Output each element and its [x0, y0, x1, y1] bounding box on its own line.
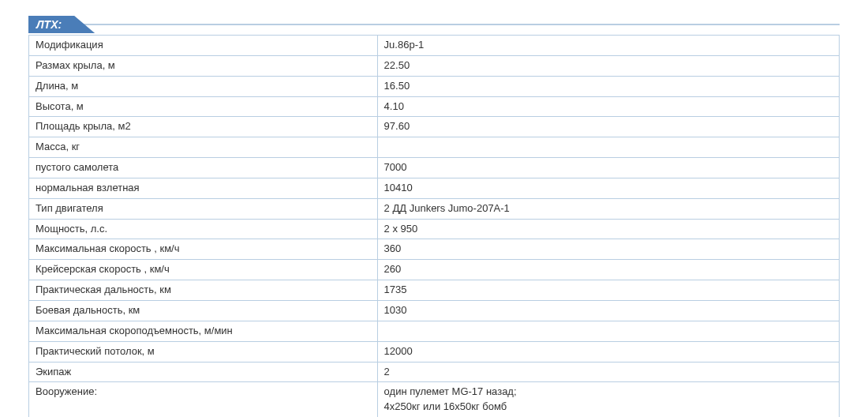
spec-value: 16.50 [377, 76, 839, 96]
spec-value: 260 [377, 260, 839, 280]
table-row: Тип двигателя2 ДД Junkers Jumo-207A-1 [29, 198, 840, 219]
spec-value: один пулемет MG-17 назад;4х250кг или 16х… [377, 382, 839, 417]
spec-value: 2 ДД Junkers Jumo-207A-1 [377, 198, 839, 219]
spec-label: Вооружение: [29, 382, 378, 417]
spec-label: Высота, м [29, 96, 378, 117]
spec-value [377, 321, 839, 341]
spec-label: Мощность, л.с. [29, 219, 378, 239]
table-row: МодификацияJu.86p-1 [29, 36, 840, 56]
table-row: Экипаж2 [29, 362, 840, 382]
spec-label: пустого самолета [29, 158, 378, 178]
spec-label: Максимальная скорость , км/ч [29, 239, 378, 260]
spec-label: Максимальная скороподъемность, м/мин [29, 321, 378, 341]
spec-value: 12000 [377, 341, 839, 362]
table-row: Практическая дальность, км1735 [29, 280, 840, 301]
table-row: Мощность, л.с.2 х 950 [29, 219, 840, 239]
table-row: Размах крыла, м22.50 [29, 55, 840, 76]
spec-label: нормальная взлетная [29, 178, 378, 198]
spec-value: 2 х 950 [377, 219, 839, 239]
header-rule [28, 24, 840, 25]
table-row: Максимальная скорость , км/ч360 [29, 239, 840, 260]
table-row: Крейсерская скорость , км/ч260 [29, 260, 840, 280]
spec-value: 97.60 [377, 117, 839, 137]
spec-label: Тип двигателя [29, 198, 378, 219]
spec-label: Экипаж [29, 362, 378, 382]
table-row: Максимальная скороподъемность, м/мин [29, 321, 840, 341]
spec-label: Масса, кг [29, 137, 378, 158]
spec-value: 2 [377, 362, 839, 382]
spec-value: 1030 [377, 300, 839, 321]
spec-label: Практический потолок, м [29, 341, 378, 362]
spec-value: 4.10 [377, 96, 839, 117]
spec-value [377, 137, 839, 158]
spec-label: Размах крыла, м [29, 55, 378, 76]
spec-value: Ju.86p-1 [377, 36, 839, 56]
table-row: Вооружение:один пулемет MG-17 назад;4х25… [29, 382, 840, 417]
spec-value: 1735 [377, 280, 839, 301]
spec-label: Практическая дальность, км [29, 280, 378, 301]
spec-value: 7000 [377, 158, 839, 178]
table-row: Боевая дальность, км1030 [29, 300, 840, 321]
table-row: Высота, м4.10 [29, 96, 840, 117]
spec-label: Модификация [29, 36, 378, 56]
table-row: Длина, м16.50 [29, 76, 840, 96]
spec-label: Боевая дальность, км [29, 300, 378, 321]
spec-value: 22.50 [377, 55, 839, 76]
section-header: ЛТХ: [28, 16, 840, 33]
spec-table: МодификацияJu.86p-1Размах крыла, м22.50Д… [28, 35, 840, 417]
table-row: Практический потолок, м12000 [29, 341, 840, 362]
spec-label: Крейсерская скорость , км/ч [29, 260, 378, 280]
table-row: пустого самолета7000 [29, 158, 840, 178]
spec-value: 10410 [377, 178, 839, 198]
spec-label: Площадь крыла, м2 [29, 117, 378, 137]
table-row: нормальная взлетная10410 [29, 178, 840, 198]
table-row: Площадь крыла, м297.60 [29, 117, 840, 137]
table-row: Масса, кг [29, 137, 840, 158]
spec-value: 360 [377, 239, 839, 260]
spec-label: Длина, м [29, 76, 378, 96]
